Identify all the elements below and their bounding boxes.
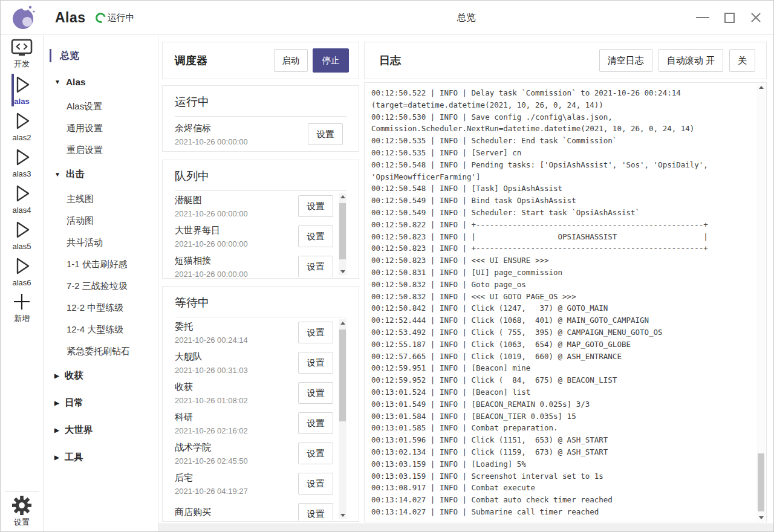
rail-instance[interactable]: alas4 bbox=[11, 181, 32, 217]
rail-instance-label: alas bbox=[14, 97, 29, 106]
task-row: 商店购买 设置 bbox=[175, 499, 333, 521]
scrollbar-thumb[interactable] bbox=[339, 203, 346, 259]
play-icon bbox=[11, 111, 32, 131]
task-row: 收获 2021-10-26 01:08:02 设置 bbox=[175, 378, 333, 408]
sidebar-item-label: 紧急委托刷钻石 bbox=[67, 346, 130, 357]
sidebar-item-label: 大世界 bbox=[65, 424, 93, 436]
sidebar-item[interactable]: 重启设置 bbox=[44, 139, 158, 161]
autoscroll-on-button[interactable]: 自动滚动 开 bbox=[659, 49, 723, 72]
task-setting-button[interactable]: 设置 bbox=[298, 352, 333, 374]
log-scrollbar[interactable] bbox=[756, 83, 766, 521]
scrollbar-thumb[interactable] bbox=[339, 329, 346, 421]
pending-scrollbar[interactable] bbox=[339, 193, 346, 275]
rail-instance[interactable]: alas2 bbox=[11, 108, 32, 144]
start-button[interactable]: 启动 bbox=[274, 49, 308, 72]
scroll-down-icon[interactable] bbox=[339, 511, 346, 519]
sidebar-item[interactable]: 活动图 bbox=[44, 210, 158, 232]
rail-item-label: 开发 bbox=[14, 59, 30, 70]
rail-item-dev[interactable]: 开发 bbox=[1, 36, 43, 72]
scroll-up-icon[interactable] bbox=[339, 319, 346, 326]
rail-instance[interactable]: alas bbox=[11, 72, 32, 108]
sidebar-item[interactable]: ▶ 大世界 bbox=[44, 417, 158, 444]
instance-rail: 开发 alas alas2 bbox=[1, 36, 44, 531]
task-setting-button[interactable]: 设置 bbox=[298, 382, 333, 404]
task-row: 后宅 2021-10-26 04:19:27 设置 bbox=[175, 469, 333, 499]
sidebar-item-label: 日常 bbox=[65, 397, 83, 409]
task-setting-button[interactable]: 设置 bbox=[298, 322, 333, 343]
sidebar-item-label: 共斗活动 bbox=[67, 237, 103, 248]
sidebar-item[interactable]: 通用设置 bbox=[44, 117, 158, 139]
play-icon bbox=[11, 74, 32, 95]
task-setting-button[interactable]: 设置 bbox=[308, 123, 343, 145]
scroll-up-icon[interactable] bbox=[756, 83, 766, 91]
horizontal-scrollbar-track[interactable] bbox=[158, 524, 773, 531]
rail-item-settings[interactable]: 设置 bbox=[1, 491, 43, 531]
clear-log-button[interactable]: 清空日志 bbox=[599, 49, 652, 72]
close-button[interactable] bbox=[747, 8, 765, 27]
scrollbar-thumb[interactable] bbox=[758, 453, 764, 511]
pending-panel: 队列中 潜艇图 2021-10-26 00:00:00 设置 bbox=[162, 160, 359, 279]
log-line: 00:12:50.842 | INFO | Click (1247, 37) @… bbox=[371, 302, 748, 314]
scroll-up-icon[interactable] bbox=[339, 193, 346, 200]
task-setting-button[interactable]: 设置 bbox=[298, 503, 333, 521]
task-setting-button[interactable]: 设置 bbox=[298, 225, 333, 247]
task-row: 大舰队 2021-10-26 00:31:03 设置 bbox=[175, 348, 333, 378]
sidebar-item[interactable]: 总览 bbox=[44, 43, 158, 68]
log-line: 00:12:53.492 | INFO | Click ( 755, 395) … bbox=[371, 326, 748, 339]
maximize-button[interactable] bbox=[720, 8, 738, 27]
rail-item-add[interactable]: 新增 bbox=[1, 290, 43, 326]
sidebar-item[interactable]: ▶ 工具 bbox=[44, 444, 158, 471]
waiting-scrollbar[interactable] bbox=[339, 319, 346, 519]
rail-instance-label: alas6 bbox=[12, 278, 31, 287]
sidebar-item[interactable]: 12-2 中型练级 bbox=[44, 297, 158, 319]
stop-button[interactable]: 停止 bbox=[313, 48, 349, 73]
gear-icon bbox=[12, 496, 31, 515]
rail-instance[interactable]: alas5 bbox=[11, 217, 32, 253]
task-row: 大世界每日 2021-10-26 00:00:00 设置 bbox=[175, 221, 333, 251]
log-line: 00:12:50.530 | INFO | Save config ./conf… bbox=[371, 111, 748, 123]
log-line: 00:13:03.159 | INFO | Screenshot interva… bbox=[371, 470, 748, 482]
sidebar-item[interactable]: 主线图 bbox=[44, 188, 158, 210]
sidebar-item[interactable]: ▼ Alas bbox=[44, 68, 158, 96]
task-name: 委托 bbox=[175, 321, 298, 332]
minimize-button[interactable] bbox=[694, 8, 712, 27]
rail-item-label: 设置 bbox=[14, 517, 30, 528]
log-line: 00:12:50.535 | INFO | Scheduler: End tas… bbox=[371, 135, 748, 147]
log-line: 00:12:50.535 | INFO | [Server] cn bbox=[371, 147, 748, 159]
sidebar-item[interactable]: 7-2 三战捡垃圾 bbox=[44, 275, 158, 297]
log-line: 00:12:50.831 | INFO | [UI] page_commissi… bbox=[371, 267, 748, 279]
rail-instance-label: alas5 bbox=[12, 242, 31, 251]
scroll-down-icon[interactable] bbox=[756, 514, 766, 521]
plus-icon bbox=[12, 292, 31, 311]
sidebar-item[interactable]: ▶ 收获 bbox=[44, 362, 158, 389]
rail-instance[interactable]: alas3 bbox=[11, 144, 32, 181]
window-controls bbox=[694, 8, 765, 27]
sidebar-item-label: 重启设置 bbox=[67, 144, 103, 156]
scroll-down-icon[interactable] bbox=[339, 268, 346, 275]
task-name: 短猫相接 bbox=[175, 255, 298, 267]
log-line: (target=datetime.datetime(2021, 10, 26, … bbox=[371, 99, 748, 111]
waiting-title: 等待中 bbox=[175, 295, 346, 311]
pending-list: 潜艇图 2021-10-26 00:00:00 设置 大世界每日 2021-10… bbox=[175, 191, 346, 277]
log-output[interactable]: 00:12:50.522 | INFO | Delay task `Commis… bbox=[364, 82, 767, 522]
sidebar-item[interactable]: 共斗活动 bbox=[44, 232, 158, 253]
task-time: 2021-10-26 02:45:50 bbox=[175, 456, 298, 465]
task-info: 潜艇图 2021-10-26 00:00:00 bbox=[175, 195, 298, 218]
sidebar-item[interactable]: Alas设置 bbox=[44, 96, 158, 117]
task-setting-button[interactable]: 设置 bbox=[298, 473, 333, 495]
sidebar-item[interactable]: 12-4 大型练级 bbox=[44, 319, 158, 340]
log-lines: 00:12:50.522 | INFO | Delay task `Commis… bbox=[371, 87, 748, 518]
task-setting-button[interactable]: 设置 bbox=[298, 412, 333, 434]
log-line: 00:12:55.187 | INFO | Click (1063, 654) … bbox=[371, 339, 748, 351]
sidebar-item[interactable]: 1-1 伏击刷好感 bbox=[44, 253, 158, 275]
sidebar-item[interactable]: 紧急委托刷钻石 bbox=[44, 340, 158, 362]
expander-icon: ▶ bbox=[54, 454, 59, 461]
rail-instance[interactable]: alas6 bbox=[11, 253, 32, 290]
autoscroll-off-button[interactable]: 关 bbox=[729, 49, 755, 72]
sidebar-item[interactable]: ▼ 出击 bbox=[44, 161, 158, 188]
task-setting-button[interactable]: 设置 bbox=[298, 443, 333, 464]
running-status: 运行中 bbox=[108, 12, 135, 24]
task-setting-button[interactable]: 设置 bbox=[298, 256, 333, 277]
task-setting-button[interactable]: 设置 bbox=[298, 195, 333, 217]
sidebar-item[interactable]: ▶ 日常 bbox=[44, 389, 158, 417]
